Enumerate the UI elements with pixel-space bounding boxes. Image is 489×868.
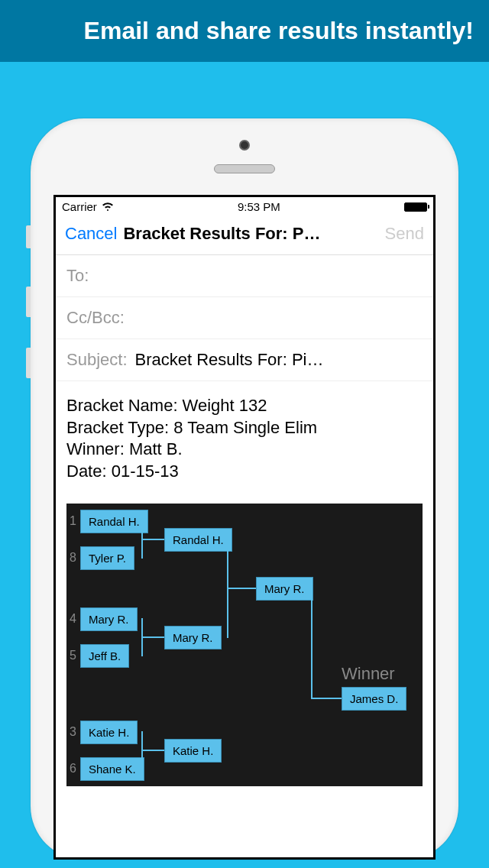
battery-icon [404, 202, 427, 212]
body-winner: Winner: Matt B. [66, 439, 423, 461]
bracket-node: Randal H. [80, 510, 148, 533]
subject-value: Bracket Results For: Pi… [135, 350, 423, 370]
seed-label: 4 [70, 612, 76, 626]
bracket-node: Randal H. [164, 528, 232, 552]
cancel-button[interactable]: Cancel [65, 224, 117, 244]
body-date: Date: 01-15-13 [66, 461, 423, 483]
bracket-node: Mary R. [164, 626, 222, 649]
bracket-node: Mary R. [256, 577, 313, 601]
nav-title: Bracket Results For: P… [123, 224, 378, 244]
status-bar: Carrier 9:53 PM [56, 197, 433, 216]
seed-label: 6 [70, 762, 76, 776]
body-bracket-name: Bracket Name: Weight 132 [66, 395, 423, 417]
body-bracket-type: Bracket Type: 8 Team Single Elim [66, 417, 423, 439]
bracket-node: Shane K. [80, 757, 144, 781]
bracket-image: 1 8 4 5 3 6 Randal H. Tyler P. Mary R. J… [66, 504, 423, 786]
bracket-winner-node: James D. [342, 687, 406, 711]
nav-bar: Cancel Bracket Results For: P… Send [56, 216, 433, 255]
to-field[interactable]: To: [56, 255, 433, 297]
subject-label: Subject: [66, 350, 128, 370]
phone-camera-icon [239, 140, 250, 151]
subject-field[interactable]: Subject: Bracket Results For: Pi… [56, 339, 433, 381]
bracket-node: Katie H. [80, 721, 138, 744]
wifi-icon [102, 201, 114, 213]
phone-frame: Carrier 9:53 PM Cancel Bracket Results F… [31, 118, 458, 860]
bracket-node: Tyler P. [80, 546, 134, 570]
seed-label: 3 [70, 725, 76, 739]
email-body[interactable]: Bracket Name: Weight 132 Bracket Type: 8… [56, 381, 433, 496]
status-time: 9:53 PM [238, 200, 280, 213]
winner-label: Winner [342, 664, 395, 684]
bracket-node: Mary R. [80, 607, 138, 631]
promo-banner: Email and share results instantly! [0, 0, 489, 62]
bracket-node: Katie H. [164, 739, 222, 763]
seed-label: 8 [70, 551, 76, 565]
carrier-label: Carrier [62, 200, 97, 213]
seed-label: 1 [70, 514, 76, 528]
seed-label: 5 [70, 649, 76, 662]
send-button[interactable]: Send [385, 224, 424, 244]
phone-screen: Carrier 9:53 PM Cancel Bracket Results F… [53, 195, 436, 860]
bracket-node: Jeff B. [80, 644, 129, 668]
to-label: To: [66, 266, 89, 286]
cc-bcc-field[interactable]: Cc/Bcc: [56, 297, 433, 339]
cc-bcc-label: Cc/Bcc: [66, 308, 125, 328]
phone-speaker-icon [214, 164, 275, 173]
